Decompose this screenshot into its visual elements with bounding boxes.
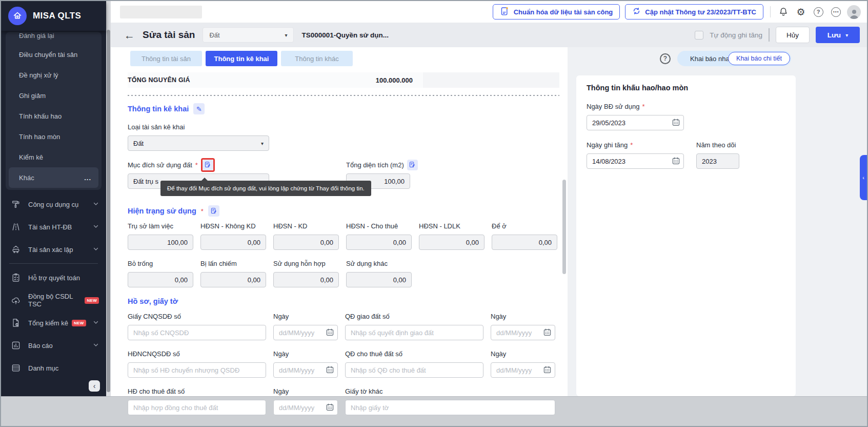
calendar-icon[interactable]: [326, 403, 334, 412]
sidebar-item-danh-muc[interactable]: Danh mục: [1, 357, 106, 379]
doc-number-input[interactable]: [128, 325, 266, 340]
sidebar-divider: [9, 263, 98, 264]
auto-increase-checkbox[interactable]: [695, 31, 703, 40]
declaration-mode-toggle[interactable]: Khai báo nhanh Khai báo chi tiết: [677, 51, 791, 66]
chevron-down-icon: [93, 201, 99, 208]
form-scrollbar-thumb[interactable]: [562, 180, 566, 274]
sidebar-item-tai-san-ht-db[interactable]: Tài sản HT-ĐB: [1, 216, 106, 238]
user-avatar[interactable]: [847, 5, 861, 19]
depreciation-panel-title: Thông tin khấu hao/hao mòn: [587, 84, 785, 92]
change-area-icon[interactable]: [407, 160, 418, 170]
sync-icon: [632, 7, 641, 17]
standardize-data-button[interactable]: Chuẩn hóa dữ liệu tài sản công: [493, 4, 620, 20]
caret-down-icon: ▾: [845, 32, 848, 38]
cloud-upload-icon: [10, 295, 22, 305]
sidebar-item-cong-cu-dung-cu[interactable]: Công cụ dụng cụ: [1, 193, 106, 216]
usage-field-input[interactable]: [128, 272, 193, 287]
asset-type-dropdown[interactable]: Đất ▾: [203, 27, 294, 43]
increase-date-input[interactable]: [587, 153, 684, 169]
start-date-label: Ngày BĐ sử dụng: [587, 103, 639, 110]
doc-number-input[interactable]: [128, 400, 266, 415]
tracking-year-input[interactable]: [696, 153, 739, 169]
usage-field-input[interactable]: [200, 272, 266, 287]
chevron-left-icon: ‹: [862, 174, 864, 181]
window-bottom-edge: [1, 396, 867, 397]
paint-roller-icon: [10, 199, 22, 209]
page-scrollbar[interactable]: [106, 1, 111, 396]
back-arrow-icon[interactable]: ←: [124, 30, 135, 41]
usage-field-input[interactable]: [273, 235, 339, 250]
more-ellipsis-icon[interactable]: ...: [84, 174, 91, 182]
asset-code-label: TS000001-Quyền sử dụn...: [301, 31, 389, 39]
sidebar-item-ho-tro-quyet-toan[interactable]: Hỗ trợ quyết toán: [1, 266, 106, 289]
sidebar-item-ghi-giam[interactable]: Ghi giảm: [6, 85, 102, 106]
calendar-icon[interactable]: [672, 157, 680, 165]
land-purpose-label: Mục đích sử dụng đất: [128, 161, 192, 169]
main-form-card: Thông tin tài sản Thông tin kê khai Thôn…: [111, 47, 568, 396]
asset-type-declare-select[interactable]: Đất ▾: [128, 135, 269, 151]
sidebar-item-dieu-chuyen-tai-san[interactable]: Điều chuyển tài sản: [6, 44, 102, 65]
sidebar-item-tai-san-xac-lap[interactable]: Tài sản xác lập: [1, 238, 106, 261]
tab-thong-tin-ke-khai[interactable]: Thông tin kê khai: [206, 51, 277, 66]
calendar-icon[interactable]: [543, 328, 552, 337]
sidebar-item-dong-bo-csdl-tsc[interactable]: Đồng bộ CSDL TSCNEW: [1, 289, 106, 312]
chevron-left-icon: ‹: [93, 382, 96, 390]
usage-field-input[interactable]: [200, 235, 266, 250]
usage-field-input[interactable]: [273, 272, 339, 287]
start-date-input[interactable]: [587, 115, 684, 130]
road-icon: [10, 222, 22, 232]
doc-number-input[interactable]: [345, 362, 483, 378]
calendar-icon[interactable]: [543, 365, 552, 374]
edit-pencil-icon[interactable]: ✎: [193, 103, 205, 114]
chevron-down-icon: [93, 246, 99, 254]
sidebar-collapse-button[interactable]: ‹: [89, 380, 100, 392]
sidebar-item-bao-cao[interactable]: Báo cáo: [1, 334, 106, 357]
sidebar-item-khac[interactable]: Khác ...: [9, 167, 98, 188]
cancel-button[interactable]: Hủy: [776, 27, 810, 43]
usage-field-input[interactable]: [346, 272, 412, 287]
usage-field-input[interactable]: [419, 235, 485, 250]
calendar-icon[interactable]: [672, 118, 680, 127]
notifications-bell-icon[interactable]: [777, 6, 790, 18]
tab-thong-tin-khac[interactable]: Thông tin khác: [281, 51, 353, 66]
sidebar-item-danh-gia-lai[interactable]: Đánh giá lại: [6, 32, 102, 44]
doc-number-input[interactable]: [128, 362, 266, 378]
sidebar-item-tinh-khau-hao[interactable]: Tính khấu hao: [6, 106, 102, 126]
usage-field-input[interactable]: [346, 235, 412, 250]
help-icon[interactable]: ?: [812, 6, 824, 18]
calendar-icon[interactable]: [326, 365, 334, 374]
usage-status-icon[interactable]: [208, 205, 219, 217]
circular-update-button[interactable]: Cập nhật Thông tư 23/2023/TT-BTC: [625, 4, 763, 20]
clipboard-check-icon: [10, 273, 22, 283]
misa-logo-icon[interactable]: [8, 7, 27, 25]
document-check-icon: [10, 318, 22, 328]
doc-number-input[interactable]: [345, 325, 483, 340]
doc-other-input[interactable]: [345, 400, 555, 415]
document-star-icon: [500, 6, 510, 17]
usage-field-input[interactable]: [128, 235, 193, 250]
calendar-icon[interactable]: [326, 328, 334, 337]
total-cost-value: 100.000.000: [295, 76, 413, 84]
sidebar-item-de-nghi-xu-ly[interactable]: Đề nghị xử lý: [6, 65, 102, 85]
save-button[interactable]: Lưu ▾: [816, 27, 860, 43]
change-purpose-icon[interactable]: [203, 160, 213, 170]
purpose-tooltip: Để thay đổi Mục đích sử dụng đất, vui lò…: [160, 181, 371, 196]
panel-collapse-handle[interactable]: ‹: [860, 155, 867, 200]
header-divider: [769, 28, 770, 42]
detailed-declare-option[interactable]: Khai báo chi tiết: [728, 52, 790, 65]
house-car-icon: [10, 244, 22, 255]
sidebar-item-kiem-ke[interactable]: Kiểm kê: [6, 147, 102, 167]
page-scrollbar-thumb[interactable]: [107, 30, 110, 392]
tab-thong-tin-tai-san[interactable]: Thông tin tài sản: [130, 51, 202, 66]
settings-gear-icon[interactable]: ⚙: [795, 6, 807, 18]
sidebar-item-tong-kiem-ke[interactable]: Tổng kiểm kêNEW: [1, 312, 106, 334]
top-bar: Chuẩn hóa dữ liệu tài sản công Cập nhật …: [111, 1, 868, 23]
auto-increase-label: Tự động ghi tăng: [710, 31, 762, 39]
usage-field-input[interactable]: [492, 235, 557, 250]
depreciation-panel: Thông tin khấu hao/hao mòn Ngày BĐ sử dụ…: [576, 75, 796, 396]
page-title: Sửa tài sản: [143, 29, 195, 41]
more-options-icon[interactable]: ⋯: [830, 6, 842, 18]
help-circle-icon[interactable]: ?: [660, 53, 671, 64]
caret-down-icon: ▾: [261, 141, 264, 146]
sidebar-item-tinh-hao-mon[interactable]: Tính hao mòn: [6, 126, 102, 147]
